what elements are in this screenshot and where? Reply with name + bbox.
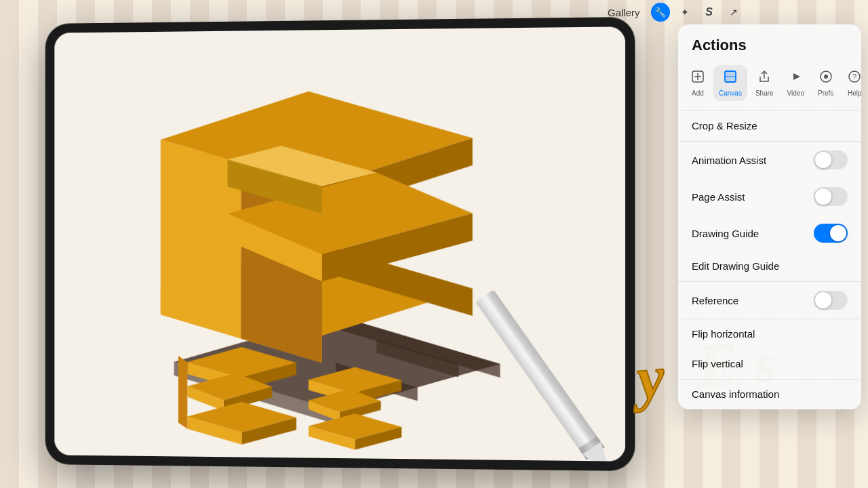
svg-text:?: ? xyxy=(852,73,856,81)
add-label: Add xyxy=(692,89,704,97)
svg-marker-49 xyxy=(793,73,800,80)
s-nav-icon[interactable]: S xyxy=(700,3,719,22)
toolbar-share[interactable]: Share xyxy=(750,65,779,101)
flip-horizontal-label: Flip horizontal xyxy=(692,328,755,340)
help-icon: ? xyxy=(847,69,861,87)
toolbar-add[interactable]: Add xyxy=(685,65,711,101)
actions-title: Actions xyxy=(678,24,861,62)
video-icon xyxy=(788,69,803,87)
svg-marker-29 xyxy=(178,356,187,429)
ipad-screen xyxy=(54,26,625,461)
help-label: Help xyxy=(848,89,861,97)
actions-panel: Actions Add Canvas Share xyxy=(678,24,861,409)
canvas-artwork[interactable] xyxy=(54,26,625,461)
svg-text:y: y xyxy=(627,343,667,413)
edit-drawing-guide-item[interactable]: Edit Drawing Guide xyxy=(678,251,861,281)
toolbar-video[interactable]: Video xyxy=(782,65,810,101)
flip-vertical-item[interactable]: Flip vertical xyxy=(678,349,861,379)
gallery-button[interactable]: Gallery xyxy=(608,7,640,18)
wrench-nav-icon[interactable]: 🔧 xyxy=(651,3,670,22)
animation-assist-item[interactable]: Animation Assist xyxy=(678,142,861,178)
toolbar-canvas[interactable]: Canvas xyxy=(713,65,747,101)
reference-item[interactable]: Reference xyxy=(678,282,861,319)
page-assist-item[interactable]: Page Assist xyxy=(678,178,861,215)
prefs-icon xyxy=(818,69,833,87)
prefs-label: Prefs xyxy=(818,89,833,97)
ipad-device xyxy=(45,17,635,471)
toolbar-prefs[interactable]: Prefs xyxy=(812,65,839,101)
canvas-info-label: Canvas information xyxy=(692,388,779,400)
page-assist-toggle[interactable] xyxy=(814,187,848,206)
drawing-guide-item[interactable]: Drawing Guide xyxy=(678,215,861,251)
arrow-nav-icon[interactable]: ↗ xyxy=(724,3,743,22)
top-nav: Gallery 🔧 ✦ S ↗ xyxy=(597,0,868,24)
share-label: Share xyxy=(755,89,774,97)
canvas-icon xyxy=(723,69,738,87)
svg-marker-9 xyxy=(161,166,241,335)
nav-icons: 🔧 ✦ S ↗ xyxy=(651,3,743,22)
edit-drawing-guide-label: Edit Drawing Guide xyxy=(692,260,779,272)
animation-assist-label: Animation Assist xyxy=(692,155,766,166)
reference-label: Reference xyxy=(692,295,738,306)
svg-point-51 xyxy=(824,75,828,79)
drawing-guide-knob xyxy=(830,225,846,241)
magic-nav-icon[interactable]: ✦ xyxy=(675,3,694,22)
crop-resize-item[interactable]: Crop & Resize xyxy=(678,111,861,141)
page-assist-label: Page Assist xyxy=(692,191,745,203)
share-icon xyxy=(757,69,772,87)
page-assist-knob xyxy=(815,188,831,205)
actions-toolbar: Add Canvas Share Video P xyxy=(678,62,861,110)
reference-toggle[interactable] xyxy=(814,291,848,310)
animation-assist-knob xyxy=(815,152,831,168)
reference-knob xyxy=(815,292,831,308)
flip-vertical-label: Flip vertical xyxy=(692,358,743,369)
canvas-label: Canvas xyxy=(719,89,742,97)
drawing-guide-toggle[interactable] xyxy=(814,224,848,243)
video-label: Video xyxy=(787,89,804,97)
crop-resize-label: Crop & Resize xyxy=(692,120,757,131)
animation-assist-toggle[interactable] xyxy=(814,150,848,169)
add-icon xyxy=(690,69,705,87)
toolbar-help[interactable]: ? Help xyxy=(842,65,861,101)
flip-horizontal-item[interactable]: Flip horizontal xyxy=(678,319,861,349)
drawing-guide-label: Drawing Guide xyxy=(692,228,759,239)
canvas-info-item[interactable]: Canvas information xyxy=(678,380,861,409)
